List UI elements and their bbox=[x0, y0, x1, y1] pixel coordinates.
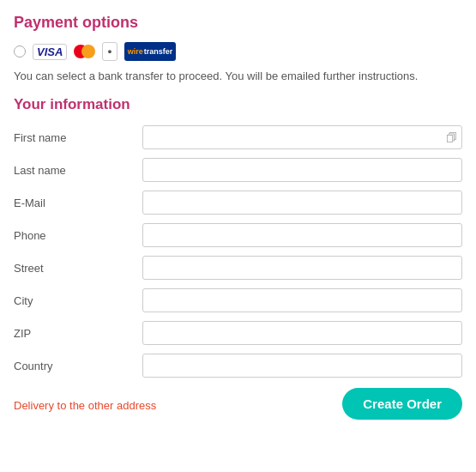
street-wrapper bbox=[142, 256, 462, 280]
form-row-phone: Phone bbox=[14, 223, 462, 247]
other-card-badge[interactable]: ● bbox=[102, 42, 117, 61]
transfer-text: transfer bbox=[144, 47, 173, 56]
last-name-wrapper bbox=[142, 158, 462, 182]
city-wrapper bbox=[142, 288, 462, 312]
delivery-link[interactable]: Delivery to the other address bbox=[14, 399, 156, 412]
city-input[interactable] bbox=[142, 288, 462, 312]
visa-badge[interactable]: VISA bbox=[33, 44, 67, 60]
zip-wrapper bbox=[142, 321, 462, 345]
form-row-country: Country bbox=[14, 354, 462, 378]
wire-text: wire bbox=[128, 47, 143, 56]
country-input[interactable] bbox=[142, 354, 462, 378]
country-wrapper bbox=[142, 354, 462, 378]
form-row-first-name: First name 🗍 bbox=[14, 125, 462, 149]
form-row-email: E-Mail bbox=[14, 191, 462, 215]
bank-transfer-info: You can select a bank transfer to procee… bbox=[14, 70, 462, 82]
phone-input[interactable] bbox=[142, 223, 462, 247]
first-name-input[interactable] bbox=[142, 125, 462, 149]
your-information-title: Your information bbox=[14, 96, 462, 113]
wire-transfer-badge[interactable]: wire transfer bbox=[124, 42, 177, 61]
street-input[interactable] bbox=[142, 256, 462, 280]
form-row-zip: ZIP bbox=[14, 321, 462, 345]
last-name-label: Last name bbox=[14, 164, 142, 177]
last-name-input[interactable] bbox=[142, 158, 462, 182]
mc-orange-circle bbox=[81, 45, 95, 58]
phone-label: Phone bbox=[14, 229, 142, 242]
zip-input[interactable] bbox=[142, 321, 462, 345]
phone-wrapper bbox=[142, 223, 462, 247]
your-information-section: Your information First name 🗍 Last name … bbox=[14, 96, 462, 378]
email-input[interactable] bbox=[142, 191, 462, 215]
city-label: City bbox=[14, 294, 142, 307]
payment-methods-row: VISA ● wire transfer bbox=[14, 42, 462, 61]
payment-radio[interactable] bbox=[14, 45, 26, 57]
mastercard-badge[interactable] bbox=[74, 42, 95, 61]
bottom-actions: Delivery to the other address Create Ord… bbox=[14, 388, 462, 420]
email-label: E-Mail bbox=[14, 197, 142, 209]
create-order-button[interactable]: Create Order bbox=[342, 388, 462, 420]
form-row-last-name: Last name bbox=[14, 158, 462, 182]
form-row-street: Street bbox=[14, 256, 462, 280]
payment-options-title: Payment options bbox=[14, 14, 462, 32]
first-name-wrapper: 🗍 bbox=[142, 125, 462, 149]
email-wrapper bbox=[142, 191, 462, 215]
first-name-label: First name bbox=[14, 131, 142, 144]
form-row-city: City bbox=[14, 288, 462, 312]
country-label: Country bbox=[14, 360, 142, 372]
zip-label: ZIP bbox=[14, 327, 142, 340]
street-label: Street bbox=[14, 262, 142, 275]
payment-options-section: Payment options VISA ● wire transfer You… bbox=[14, 14, 462, 82]
